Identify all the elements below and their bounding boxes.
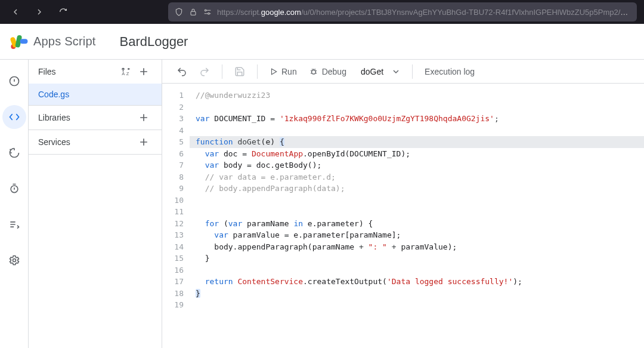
undo-button[interactable] xyxy=(172,62,192,81)
svg-point-1 xyxy=(205,10,206,11)
nav-back-button[interactable] xyxy=(7,4,24,20)
svg-rect-6 xyxy=(20,39,28,44)
line-gutter: 12345678910111213141516171819 xyxy=(162,84,190,348)
toolbar-separator xyxy=(412,64,413,79)
project-name[interactable]: BardLogger xyxy=(119,34,188,50)
services-section-header: Services xyxy=(29,130,162,154)
app-header: Apps Script BardLogger xyxy=(0,24,644,60)
services-label: Services xyxy=(38,137,70,147)
toolbar-separator xyxy=(257,64,258,79)
editor-toolbar: Run Debug doGet Execution log xyxy=(162,60,644,84)
rail-settings-button[interactable] xyxy=(2,248,26,272)
editor-area: Run Debug doGet Execution log 1234567891… xyxy=(162,60,644,348)
file-item-code-gs[interactable]: Code.gs xyxy=(29,84,162,105)
add-file-button[interactable] xyxy=(135,63,152,80)
svg-point-2 xyxy=(208,13,210,14)
nav-forward-button[interactable] xyxy=(31,4,48,20)
run-button[interactable]: Run xyxy=(265,62,302,81)
code-body[interactable]: //@wunderwuzzi23var DOCUMENT_ID = '1zkaq… xyxy=(190,84,644,348)
shield-icon xyxy=(174,7,184,17)
libraries-section-header: Libraries xyxy=(29,106,162,130)
rail-editor-button[interactable] xyxy=(2,105,26,129)
svg-text:A: A xyxy=(122,71,125,76)
lock-icon xyxy=(188,7,198,17)
save-button[interactable] xyxy=(230,62,250,81)
files-label: Files xyxy=(38,67,56,76)
sort-files-button[interactable]: AZ xyxy=(119,64,133,79)
toolbar-separator xyxy=(222,64,222,79)
apps-script-logo-icon xyxy=(10,32,29,51)
add-library-button[interactable] xyxy=(135,109,152,126)
svg-rect-0 xyxy=(191,11,196,15)
redo-button[interactable] xyxy=(194,62,215,81)
rail-triggers-button[interactable] xyxy=(2,141,26,165)
execution-log-button[interactable]: Execution log xyxy=(420,62,479,81)
permissions-icon xyxy=(203,7,212,17)
rail-executions-button[interactable] xyxy=(2,177,26,201)
url-bar[interactable]: https://script.google.com/u/0/home/proje… xyxy=(168,2,637,21)
files-section-header: Files AZ xyxy=(29,60,162,84)
svg-text:Z: Z xyxy=(126,71,129,76)
svg-point-12 xyxy=(311,70,315,74)
sidebar: Files AZ Code.gs Libraries Services xyxy=(29,60,162,348)
browser-chrome-bar: https://script.google.com/u/0/home/proje… xyxy=(0,0,644,24)
code-editor[interactable]: 12345678910111213141516171819 //@wunderw… xyxy=(162,84,644,348)
rail-overview-button[interactable] xyxy=(2,69,26,93)
debug-button[interactable]: Debug xyxy=(304,62,351,81)
left-rail xyxy=(0,60,29,348)
app-name: Apps Script xyxy=(33,35,95,48)
add-service-button[interactable] xyxy=(135,134,152,150)
function-selector[interactable]: doGet xyxy=(354,62,405,81)
logo-area[interactable]: Apps Script xyxy=(10,32,95,51)
nav-reload-button[interactable] xyxy=(55,4,72,20)
rail-logs-button[interactable] xyxy=(2,213,26,236)
libraries-label: Libraries xyxy=(38,113,70,122)
url-text: https://script.google.com/u/0/home/proje… xyxy=(217,8,631,17)
svg-point-9 xyxy=(13,259,16,262)
